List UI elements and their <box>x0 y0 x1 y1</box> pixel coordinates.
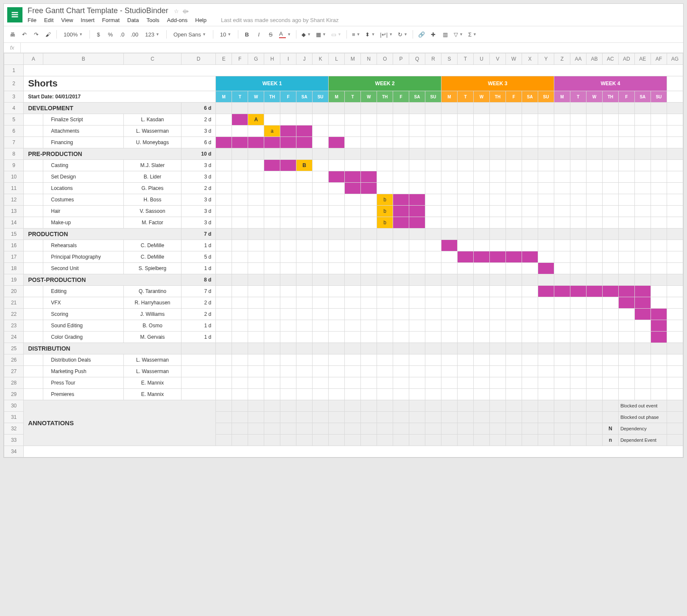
gantt-cell[interactable] <box>232 263 248 274</box>
currency-button[interactable]: $ <box>93 29 103 40</box>
gantt-cell[interactable] <box>586 297 602 309</box>
cell[interactable] <box>409 412 425 423</box>
task-owner[interactable]: R. Harryhausen <box>124 297 182 309</box>
gantt-cell[interactable] <box>441 286 458 297</box>
gantt-cell[interactable] <box>490 137 506 148</box>
gantt-cell[interactable] <box>618 229 634 240</box>
gantt-cell[interactable] <box>232 125 248 137</box>
gantt-cell[interactable] <box>216 194 232 206</box>
gantt-cell[interactable] <box>329 332 345 343</box>
gantt-cell[interactable] <box>634 240 651 251</box>
gantt-cell[interactable] <box>280 160 296 171</box>
gantt-cell[interactable] <box>634 137 651 148</box>
task-name[interactable]: VFX <box>43 297 124 309</box>
gantt-cell[interactable] <box>329 217 345 229</box>
gantt-cell[interactable] <box>361 183 377 194</box>
gantt-cell[interactable] <box>361 137 377 148</box>
gantt-cell[interactable] <box>505 354 522 366</box>
strike-button[interactable]: S <box>265 29 276 40</box>
gantt-cell[interactable] <box>651 171 667 183</box>
cell[interactable] <box>505 423 522 435</box>
gantt-cell[interactable] <box>345 194 361 206</box>
gantt-cell[interactable] <box>329 366 345 377</box>
gantt-cell[interactable] <box>586 183 602 194</box>
gantt-cell[interactable] <box>329 206 345 217</box>
gantt-cell[interactable] <box>634 103 651 114</box>
gantt-cell[interactable] <box>296 389 313 400</box>
task-owner[interactable]: B. Lider <box>124 171 182 183</box>
gantt-cell[interactable] <box>345 251 361 263</box>
menu-insert[interactable]: Insert <box>81 17 95 23</box>
gantt-cell[interactable] <box>618 354 634 366</box>
gantt-cell[interactable] <box>345 332 361 343</box>
cell[interactable] <box>554 435 570 446</box>
gantt-cell[interactable] <box>216 251 232 263</box>
gantt-cell[interactable] <box>425 217 441 229</box>
cell[interactable] <box>474 435 490 446</box>
task-name[interactable]: Attachments <box>43 125 124 137</box>
week-header[interactable]: WEEK 1 <box>216 76 329 91</box>
day-header[interactable]: SU <box>313 91 329 103</box>
task-duration[interactable]: 2 d <box>181 309 215 320</box>
gantt-cell[interactable] <box>522 343 538 354</box>
gantt-cell[interactable] <box>490 251 506 263</box>
gantt-cell[interactable] <box>264 160 280 171</box>
gantt-cell[interactable] <box>586 332 602 343</box>
gantt-cell[interactable] <box>554 251 570 263</box>
task-duration[interactable]: 2 d <box>181 183 215 194</box>
col-header-B[interactable]: B <box>43 53 124 65</box>
functions-icon[interactable]: Σ▼ <box>466 29 478 40</box>
gantt-cell[interactable] <box>505 103 522 114</box>
gantt-cell[interactable] <box>264 183 280 194</box>
gantt-cell[interactable] <box>409 286 425 297</box>
task-name[interactable]: Press Tour <box>43 377 124 389</box>
gantt-cell[interactable] <box>554 194 570 206</box>
gantt-cell[interactable] <box>458 240 474 251</box>
day-header[interactable]: W <box>586 91 602 103</box>
gantt-cell[interactable] <box>634 354 651 366</box>
cell[interactable] <box>345 400 361 412</box>
gantt-cell[interactable] <box>313 274 329 286</box>
task-duration[interactable] <box>181 377 215 389</box>
gantt-cell[interactable]: b <box>377 194 393 206</box>
gantt-cell[interactable] <box>554 183 570 194</box>
gantt-cell[interactable] <box>651 103 667 114</box>
gantt-cell[interactable] <box>554 171 570 183</box>
gantt-cell[interactable] <box>538 263 554 274</box>
gantt-cell[interactable] <box>458 343 474 354</box>
gantt-cell[interactable] <box>602 160 618 171</box>
gantt-cell[interactable] <box>313 389 329 400</box>
gantt-cell[interactable] <box>490 217 506 229</box>
gantt-cell[interactable] <box>409 366 425 377</box>
cell[interactable] <box>313 435 329 446</box>
cell[interactable] <box>216 412 232 423</box>
gantt-cell[interactable] <box>296 137 313 148</box>
gantt-cell[interactable] <box>377 274 393 286</box>
gantt-cell[interactable] <box>586 125 602 137</box>
gantt-cell[interactable] <box>409 389 425 400</box>
gantt-cell[interactable] <box>280 320 296 332</box>
gantt-cell[interactable] <box>393 297 409 309</box>
cell[interactable] <box>377 412 393 423</box>
gantt-cell[interactable]: B <box>296 160 313 171</box>
gantt-cell[interactable] <box>602 297 618 309</box>
cell[interactable] <box>248 435 264 446</box>
gantt-cell[interactable] <box>345 366 361 377</box>
row-header-1[interactable]: 1 <box>4 65 24 76</box>
gantt-cell[interactable] <box>313 343 329 354</box>
gantt-cell[interactable] <box>538 286 554 297</box>
cell[interactable] <box>490 400 506 412</box>
gantt-cell[interactable] <box>313 125 329 137</box>
gantt-cell[interactable] <box>264 148 280 160</box>
gantt-cell[interactable] <box>554 160 570 171</box>
task-owner[interactable]: L. Kasdan <box>124 114 182 125</box>
day-header[interactable]: F <box>280 91 296 103</box>
gantt-cell[interactable] <box>264 389 280 400</box>
task-duration[interactable]: 3 d <box>181 160 215 171</box>
gantt-cell[interactable] <box>361 332 377 343</box>
gantt-cell[interactable] <box>216 125 232 137</box>
gantt-cell[interactable] <box>409 217 425 229</box>
cell[interactable] <box>570 412 586 423</box>
gantt-cell[interactable] <box>296 263 313 274</box>
section-duration[interactable]: 10 d <box>181 148 215 160</box>
